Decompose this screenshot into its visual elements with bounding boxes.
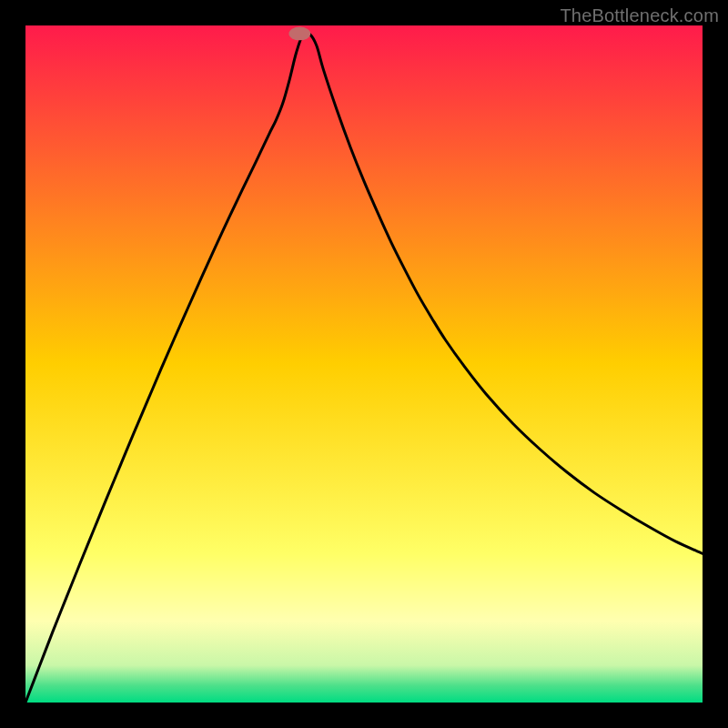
chart-frame: TheBottleneck.com [0, 0, 728, 728]
gradient-background [25, 25, 703, 703]
chart-svg [25, 25, 703, 703]
target-marker [288, 26, 310, 40]
watermark-text: TheBottleneck.com [560, 5, 719, 26]
plot-area [25, 25, 703, 703]
